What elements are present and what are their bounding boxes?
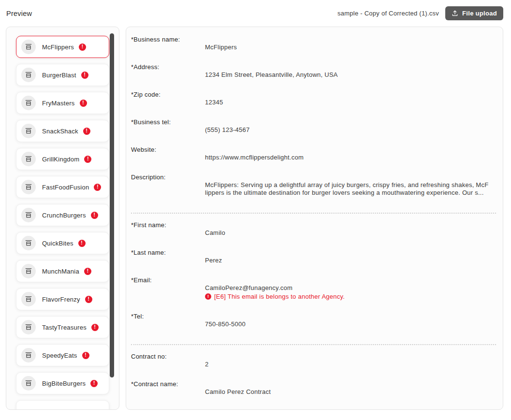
error-text: [E6] This email is belongs to another Ag… [214,293,345,301]
business-name-label: SnackShack [42,128,78,135]
field-label: Description: [131,174,205,204]
field-row: *Zip code: 12345 [131,91,496,114]
sidebar-scrollbar[interactable] [110,33,114,377]
business-list-item[interactable]: FlavorFrenzy ! [16,288,109,310]
field-row: Contract no: 2 [131,353,496,376]
error-badge-icon: ! [81,72,88,79]
error-badge-icon: ! [91,212,98,219]
field-value: Perez [205,249,496,272]
field-row: Website: https://www.mcflippersdelight.c… [131,146,496,169]
page-title: Preview [6,10,32,17]
error-badge-icon: ! [84,156,91,163]
header: Preview sample - Copy of Corrected (1).c… [0,0,511,27]
error-badge-icon: ! [85,296,92,303]
field-label: *Price($): [131,408,205,410]
section-divider [131,213,496,214]
field-label: *Tel: [131,313,205,336]
storefront-icon [21,96,36,110]
field-value: https://www.mcflippersdelight.com [205,146,496,169]
storefront-icon [21,292,36,306]
business-list-item[interactable]: GrillKingdom ! [16,148,109,170]
business-list-sidebar: McFlippers ! BurgerBlast ! [6,27,119,410]
field-row: *Tel: 750-850-5000 [131,313,496,336]
field-row: *Address: 1234 Elm Street, Pleasantville… [131,63,496,87]
business-list-item[interactable]: QuickBites ! [16,232,109,254]
field-row: *First name: Camilo [131,221,496,245]
business-list-item[interactable]: FryMasters ! [16,92,109,114]
business-name-label: GrillKingdom [42,156,79,163]
field-label: *Contract name: [131,380,205,404]
field-value: 12345 [205,91,496,114]
field-value: CamiloPerez@funagency.com ! [E6] This em… [205,276,496,308]
field-error: ! [E6] This email is belongs to another … [205,293,496,301]
field-value: Camilo [205,221,496,245]
error-badge-icon: ! [205,293,211,300]
field-value: McFlippers [205,36,496,59]
field-value: 1234 Elm Street, Pleasantville, Anytown,… [205,63,496,87]
error-badge-icon: ! [84,268,91,275]
contact-info-section: *First name: Camilo *Last name: Perez [131,221,496,336]
field-row: *Contract name: Camilo Perez Contract [131,380,496,404]
error-badge-icon: ! [94,184,101,191]
business-name-label: QuickBites [42,240,73,247]
field-value: 750-850-5000 [205,313,496,336]
field-row: *Business tel: (555) 123-4567 [131,118,496,142]
field-label: Website: [131,146,205,169]
field-label: *Address: [131,63,205,87]
error-badge-icon: ! [91,324,99,331]
field-value: Camilo Perez Contract [205,380,496,404]
business-name-label: FlavorFrenzy [42,296,80,303]
field-value: 100 [205,408,496,410]
business-list-item[interactable] [16,400,109,410]
business-info-section: *Business name: McFlippers *Address: 123… [131,36,496,204]
storefront-icon [21,320,36,334]
field-row: Description: McFlippers: Serving up a de… [131,174,496,204]
file-upload-button[interactable]: File upload [445,6,503,20]
business-list-item[interactable]: McFlippers ! [16,36,109,58]
error-badge-icon: ! [80,100,87,107]
upload-icon [452,10,458,17]
storefront-icon [21,40,36,54]
business-list-item[interactable]: CrunchBurgers ! [16,204,109,226]
business-name-label: FastFoodFusion [42,184,89,191]
field-label: *Business tel: [131,118,205,142]
field-value: (555) 123-4567 [205,118,496,142]
field-row: *Last name: Perez [131,249,496,272]
field-label: *Last name: [131,249,205,272]
business-list-item[interactable]: MunchMania ! [16,260,109,282]
business-list-item[interactable]: SnackShack ! [16,120,109,142]
field-label: *Business name: [131,36,205,59]
error-badge-icon: ! [83,128,90,135]
business-list-item[interactable]: BurgerBlast ! [16,64,109,86]
error-badge-icon: ! [82,352,89,359]
storefront-icon [21,152,36,166]
business-name-label: McFlippers [42,43,74,51]
business-list-item[interactable]: BigBiteBurgers ! [16,372,109,394]
field-row: *Price($): 100 [131,408,496,410]
business-name-label: BurgerBlast [42,72,76,79]
storefront-icon [21,376,36,391]
storefront-icon [21,208,36,222]
storefront-icon [21,68,36,82]
storefront-icon [21,124,36,138]
field-row: *Business name: McFlippers [131,36,496,59]
business-list-item[interactable]: SpeedyEats ! [16,344,109,366]
storefront-icon [21,180,36,194]
business-name-label: TastyTreasures [42,324,87,331]
error-badge-icon: ! [79,43,86,51]
business-name-label: CrunchBurgers [42,212,86,219]
field-label: *First name: [131,221,205,245]
error-badge-icon: ! [78,240,86,247]
business-list-item[interactable]: FastFoodFusion ! [16,176,109,198]
business-name-label: BigBiteBurgers [42,380,86,387]
upload-button-label: File upload [462,10,497,17]
loaded-file-name: sample - Copy of Corrected (1).csv [337,10,439,17]
preview-detail-panel: *Business name: McFlippers *Address: 123… [126,27,503,410]
business-list-item[interactable]: TastyTreasures ! [16,316,109,338]
field-label: Contract no: [131,353,205,376]
storefront-icon [21,236,36,250]
business-name-label: FryMasters [42,100,75,107]
field-value: 2 [205,353,496,376]
field-value: McFlippers: Serving up a delightful arra… [205,174,496,204]
error-badge-icon: ! [90,380,98,387]
